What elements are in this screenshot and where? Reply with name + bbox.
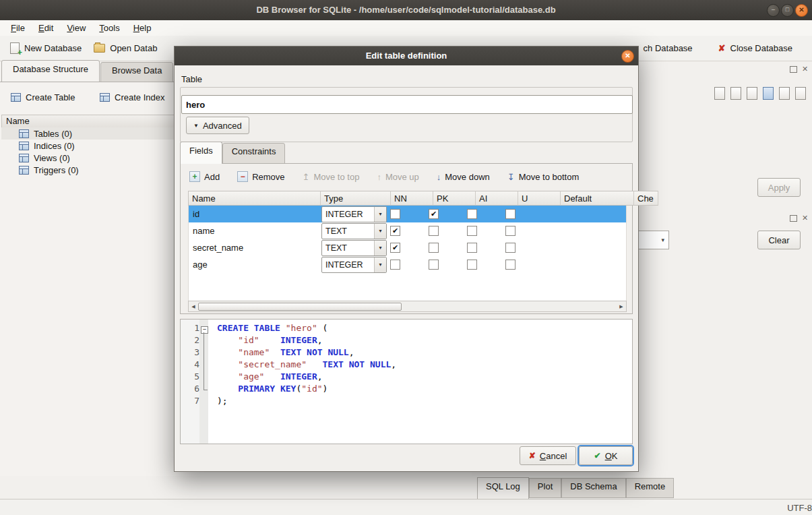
ok-button[interactable]: ✔ OK <box>579 446 633 465</box>
type-select[interactable]: INTEGER▾ <box>321 257 387 273</box>
nn-checkbox[interactable]: ✔ <box>390 226 400 236</box>
scroll-right-icon[interactable]: ▶ <box>617 304 626 309</box>
check-cell[interactable] <box>610 222 630 239</box>
check-cell[interactable] <box>610 256 630 273</box>
button-move-to-bottom[interactable]: ↧Move to bottom <box>507 172 580 182</box>
nn-checkbox[interactable] <box>390 260 400 270</box>
dialog-close-button[interactable]: ✕ <box>621 50 634 63</box>
scroll-left-icon[interactable]: ◀ <box>189 304 198 309</box>
column-header-name[interactable]: Name <box>188 191 321 206</box>
tab-plot[interactable]: Plot <box>529 478 561 498</box>
close-dock-icon[interactable]: ✕ <box>802 214 808 222</box>
maximize-button[interactable]: □ <box>781 4 794 17</box>
default-cell[interactable] <box>540 239 610 256</box>
button-remove[interactable]: −Remove <box>237 171 284 182</box>
field-name-cell[interactable]: name <box>189 222 321 239</box>
column-header-ai[interactable]: AI <box>476 191 518 206</box>
tree-item-indices[interactable]: Indices (0) <box>1 140 191 152</box>
tree-header[interactable]: Name <box>1 115 179 129</box>
tab-db-schema[interactable]: DB Schema <box>561 478 625 498</box>
open-database-button[interactable]: Open Datab <box>88 39 163 57</box>
button-create-index[interactable]: Create Index <box>94 89 170 106</box>
tree-item-views[interactable]: Views (0) <box>1 152 191 164</box>
ai-checkbox[interactable] <box>467 243 477 253</box>
menu-item-file[interactable]: File <box>4 21 32 35</box>
apply-button[interactable]: Apply <box>757 178 801 197</box>
toolbar-icon[interactable] <box>747 87 757 100</box>
toolbar-icon[interactable] <box>714 87 725 100</box>
toolbar-icon[interactable] <box>763 87 774 100</box>
button-move-down[interactable]: ↓Move down <box>437 172 490 182</box>
menu-item-help[interactable]: Help <box>127 21 158 35</box>
ai-checkbox[interactable] <box>467 226 477 236</box>
field-row[interactable]: idINTEGER▾✔ <box>189 206 626 222</box>
type-select[interactable]: INTEGER▾ <box>321 206 387 222</box>
pk-checkbox[interactable] <box>429 226 439 236</box>
tab-database-structure[interactable]: Database Structure <box>1 60 100 82</box>
column-header-che[interactable]: Che <box>634 191 658 206</box>
fold-collapse-icon[interactable]: − <box>201 326 208 334</box>
field-name-cell[interactable]: id <box>189 206 321 222</box>
pk-checkbox[interactable] <box>429 243 439 253</box>
check-cell[interactable] <box>610 206 630 222</box>
attach-database-button[interactable]: ch Database <box>637 39 699 57</box>
pk-checkbox[interactable]: ✔ <box>429 209 439 219</box>
toolbar-icon[interactable] <box>730 87 741 100</box>
clear-button[interactable]: Clear <box>757 231 801 249</box>
button-create-table[interactable]: Create Table <box>5 89 80 106</box>
u-checkbox[interactable] <box>505 260 516 270</box>
advanced-toggle-button[interactable]: ▼ Advanced <box>186 117 249 134</box>
type-select[interactable]: TEXT▾ <box>321 240 387 256</box>
column-header-nn[interactable]: NN <box>391 191 433 206</box>
scrollbar-thumb[interactable] <box>198 303 402 311</box>
ai-checkbox[interactable] <box>467 209 477 219</box>
pk-checkbox[interactable] <box>429 260 439 270</box>
table-name-input[interactable] <box>181 95 633 114</box>
float-dock-icon[interactable] <box>790 215 797 222</box>
field-name-cell[interactable]: secret_name <box>189 239 321 256</box>
tab-browse-data[interactable]: Browse Data <box>100 62 173 82</box>
field-row[interactable]: nameTEXT▾✔ <box>189 222 626 239</box>
nn-checkbox[interactable]: ✔ <box>390 243 400 253</box>
nn-checkbox[interactable] <box>390 209 400 219</box>
field-row[interactable]: secret_nameTEXT▾✔ <box>189 239 626 256</box>
tab-sql-log[interactable]: SQL Log <box>477 477 529 499</box>
u-checkbox[interactable] <box>505 209 516 219</box>
menu-item-tools[interactable]: Tools <box>92 21 126 35</box>
ai-checkbox[interactable] <box>467 260 477 270</box>
default-cell[interactable] <box>540 256 610 273</box>
minimize-button[interactable]: – <box>767 4 780 17</box>
toolbar-icon[interactable] <box>795 87 806 100</box>
column-header-pk[interactable]: PK <box>433 191 476 206</box>
menu-item-edit[interactable]: Edit <box>32 21 60 35</box>
tab-constraints[interactable]: Constraints <box>222 143 286 164</box>
close-button[interactable]: ✕ <box>795 4 808 17</box>
check-cell[interactable] <box>610 239 630 256</box>
dialog-title-bar[interactable]: Edit table definition ✕ <box>175 47 638 65</box>
tab-remote[interactable]: Remote <box>626 478 675 498</box>
button-add[interactable]: +Add <box>189 171 220 182</box>
cancel-button[interactable]: ✘ Cancel <box>520 446 576 465</box>
u-checkbox[interactable] <box>505 226 516 236</box>
close-dock-icon[interactable]: ✕ <box>802 65 808 73</box>
default-cell[interactable] <box>540 222 610 239</box>
column-header-u[interactable]: U <box>518 191 561 206</box>
sql-preview-editor[interactable]: 1CREATE TABLE "hero" (2 "id" INTEGER,3 "… <box>180 319 633 444</box>
title-bar[interactable]: DB Browser for SQLite - /home/user/code/… <box>0 0 812 20</box>
u-checkbox[interactable] <box>505 243 516 253</box>
tree-item-tables[interactable]: Tables (0) <box>1 127 191 140</box>
cell-editor-combo-partial[interactable]: ▾ <box>637 231 669 249</box>
field-row[interactable]: ageINTEGER▾ <box>189 256 626 273</box>
default-cell[interactable] <box>540 206 610 222</box>
tree-item-triggers[interactable]: Triggers (0) <box>1 164 191 176</box>
new-database-button[interactable]: New Database <box>4 38 88 58</box>
close-database-button[interactable]: ✘ Close Database <box>712 39 799 57</box>
toolbar-icon[interactable] <box>779 87 790 100</box>
field-name-cell[interactable]: age <box>189 256 321 273</box>
float-dock-icon[interactable] <box>790 66 797 73</box>
tab-fields[interactable]: Fields <box>180 142 222 164</box>
column-header-default[interactable]: Default <box>561 191 634 206</box>
type-select[interactable]: TEXT▾ <box>321 223 387 239</box>
menu-item-view[interactable]: View <box>60 21 92 35</box>
column-header-type[interactable]: Type <box>321 191 391 206</box>
